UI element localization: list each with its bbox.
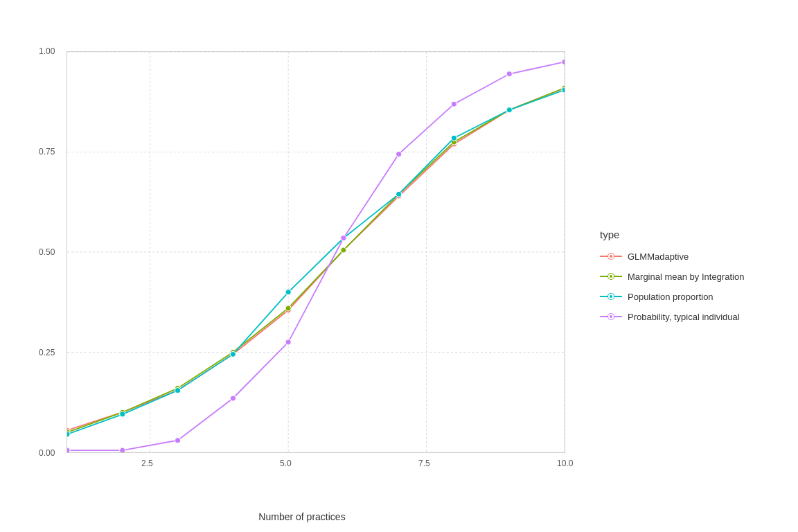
svg-point-47 [506, 71, 512, 77]
x-tick-label: 2.5 [141, 459, 153, 468]
y-tick-label: 1.00 [39, 46, 55, 56]
svg-point-46 [451, 101, 456, 107]
legend-line-symbol [600, 276, 622, 277]
y-tick-label: 0.00 [39, 448, 55, 458]
chart-container: Proportion of skaters that can skate bac… [18, 17, 780, 515]
legend-line-symbol [600, 316, 622, 317]
legend-items: GLMMadaptive Marginal mean by Integratio… [600, 251, 773, 332]
legend-item: Probability, typical individual [600, 312, 773, 322]
x-tick-label: 10.0 [557, 459, 573, 468]
svg-point-29 [67, 432, 70, 437]
svg-point-45 [396, 151, 402, 157]
svg-point-24 [341, 247, 346, 253]
svg-point-38 [562, 87, 565, 93]
legend-item: GLMMadaptive [600, 251, 773, 262]
svg-point-31 [175, 387, 180, 393]
svg-point-36 [451, 135, 456, 141]
svg-point-48 [562, 59, 565, 64]
svg-point-30 [120, 411, 125, 417]
x-axis-label: Number of practices [258, 511, 345, 522]
x-tick-label: 7.5 [418, 459, 430, 468]
svg-point-43 [285, 339, 291, 345]
legend-item: Marginal mean by Integration [600, 272, 773, 282]
legend-item-label: Probability, typical individual [628, 312, 740, 322]
legend-item-label: Population proportion [628, 292, 713, 302]
x-tick-label: 5.0 [280, 459, 292, 468]
legend-item-label: Marginal mean by Integration [628, 272, 744, 282]
y-tick-label: 0.75 [39, 147, 55, 157]
legend-title: type [600, 229, 773, 240]
legend-line-symbol [600, 296, 622, 297]
y-tick-label: 0.25 [39, 348, 55, 357]
svg-point-37 [506, 107, 512, 113]
plot-region [66, 51, 565, 453]
legend-line-symbol [600, 256, 622, 257]
chart-area: Proportion of skaters that can skate bac… [25, 37, 579, 495]
y-tick-label: 0.50 [39, 247, 55, 257]
svg-point-42 [230, 396, 236, 401]
chart-svg [67, 52, 565, 452]
svg-point-44 [341, 236, 346, 241]
svg-point-41 [175, 438, 180, 443]
svg-point-23 [285, 305, 291, 311]
svg-point-35 [396, 191, 402, 197]
svg-point-39 [67, 447, 70, 452]
legend-area: type GLMMadaptive Marginal mean by Integ… [579, 201, 773, 332]
svg-point-33 [285, 290, 291, 295]
legend-item-label: GLMMadaptive [628, 251, 689, 262]
svg-point-32 [230, 351, 236, 357]
svg-point-40 [120, 447, 125, 452]
legend-item: Population proportion [600, 292, 773, 302]
